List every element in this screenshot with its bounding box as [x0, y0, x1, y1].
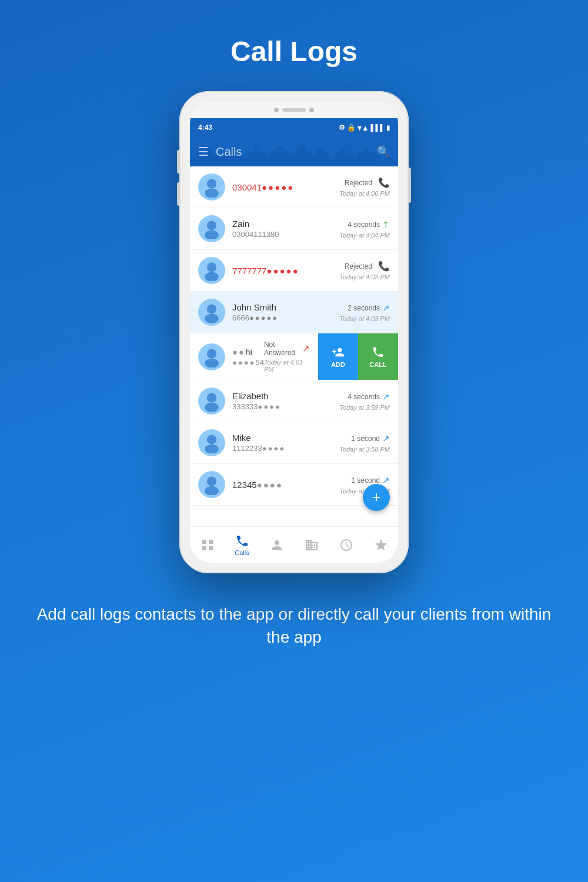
call-item-4[interactable]: John Smith 6666●●●●● 2 seconds ↗ Today a… — [190, 292, 398, 333]
call-item-3[interactable]: 7777777●●●●● Rejected 📞 Today at 4:03 PM — [190, 250, 398, 292]
front-camera-2 — [309, 108, 314, 112]
call-meta-1: Rejected 📞 Today at 4:06 PM — [339, 177, 390, 197]
contact-number-4: 6666●●●●● — [232, 313, 339, 322]
call-duration-2: 4 seconds — [348, 220, 380, 229]
call-item-8[interactable]: 12345●●●● 1 second ↗ Today at 3:56 PM + — [190, 464, 398, 506]
contact-name-4: John Smith — [232, 302, 339, 312]
svg-point-16 — [207, 477, 216, 486]
phone-screen: 4:43 ⚙ 🔒 ▾▲ ▌▌▌ ▮ ☰ Calls 🔍 — [190, 102, 398, 563]
person-icon-2 — [201, 218, 222, 239]
person-icon-1 — [201, 176, 222, 198]
call-time-6: Today at 3:59 PM — [339, 404, 390, 411]
call-info-2: Zain 03004111380 — [232, 219, 339, 239]
contact-name-6: Elizabeth — [232, 391, 339, 401]
call-meta-2: 4 seconds ↗ Today at 4:04 PM — [339, 219, 390, 239]
contact-name-7: Mike — [232, 433, 339, 443]
bottom-description: Add call logs contacts to the app or dir… — [0, 573, 588, 649]
phone-nav-icon — [235, 534, 249, 548]
nav-item-calls[interactable]: Calls — [225, 534, 259, 556]
contact-name-8: 12345●●●● — [232, 480, 339, 490]
wifi-icon: ▾▲ — [358, 123, 369, 132]
nav-item-star[interactable] — [363, 538, 398, 552]
call-time-3: Today at 4:03 PM — [339, 273, 390, 280]
svg-point-11 — [205, 358, 218, 367]
front-camera — [274, 108, 279, 112]
avatar-7 — [198, 429, 225, 456]
phone-top-bar — [190, 102, 398, 118]
call-status-1: Rejected — [345, 179, 372, 187]
call-button-label: CALL — [369, 361, 386, 368]
call-info-7: Mike 1112233●●●● — [232, 433, 339, 453]
svg-point-14 — [207, 435, 216, 445]
status-bar: 4:43 ⚙ 🔒 ▾▲ ▌▌▌ ▮ — [190, 118, 398, 137]
call-duration-8: 1 second — [351, 476, 380, 485]
page-title: Call Logs — [230, 35, 358, 68]
call-info-1: 030041●●●●● — [232, 182, 339, 192]
avatar-1 — [198, 173, 225, 201]
call-item-5[interactable]: ●●hi ●●●●54 Not Answered ↗ Today at 4:01… — [190, 333, 318, 380]
call-info-6: Elizabeth 333333●●●● — [232, 391, 339, 411]
call-meta-7: 1 second ↗ Today at 3:58 PM — [339, 433, 390, 453]
call-status-3: Rejected — [345, 262, 372, 270]
call-meta-4: 2 seconds ↗ Today at 4:03 PM — [339, 303, 390, 322]
contact-number-2: 03004111380 — [232, 230, 339, 239]
add-button-label: ADD — [331, 361, 345, 368]
call-item-7[interactable]: Mike 1112233●●●● 1 second ↗ Today at 3:5… — [190, 422, 398, 464]
phone-frame: 4:43 ⚙ 🔒 ▾▲ ▌▌▌ ▮ ☰ Calls 🔍 — [179, 91, 409, 573]
nav-item-grid[interactable] — [190, 538, 225, 552]
call-arrow-5: ↗ — [302, 343, 310, 354]
clock-nav-icon — [339, 538, 353, 552]
svg-point-8 — [207, 305, 216, 314]
call-info-3: 7777777●●●●● — [232, 266, 339, 276]
svg-point-9 — [205, 314, 218, 323]
nav-item-contacts[interactable] — [259, 538, 294, 552]
nav-item-building[interactable] — [294, 538, 329, 552]
nav-item-clock[interactable] — [329, 538, 363, 552]
person-icon-5 — [201, 346, 222, 368]
svg-point-10 — [207, 349, 216, 358]
app-bar: ☰ Calls 🔍 — [190, 137, 398, 166]
star-nav-icon — [374, 538, 388, 552]
call-info-4: John Smith 6666●●●●● — [232, 302, 339, 322]
call-arrow-1: 📞 — [378, 177, 390, 188]
call-arrow-7: ↗ — [382, 433, 390, 444]
call-duration-4: 2 seconds — [348, 304, 380, 312]
svg-point-15 — [205, 445, 218, 453]
add-contact-button[interactable]: ADD — [318, 333, 358, 380]
person-nav-icon — [270, 538, 284, 552]
call-time-4: Today at 4:03 PM — [339, 315, 390, 322]
contact-name-1: 030041●●●●● — [232, 182, 339, 192]
call-info-5: ●●hi ●●●●54 — [232, 347, 264, 367]
status-time: 4:43 — [198, 123, 212, 132]
call-info-8: 12345●●●● — [232, 480, 339, 490]
contact-number-5: ●●●●54 — [232, 358, 264, 367]
call-icon — [372, 346, 385, 359]
avatar-4 — [198, 299, 225, 326]
call-duration-6: 4 seconds — [348, 393, 380, 401]
call-arrow-3: 📞 — [378, 260, 390, 272]
fab-icon: + — [372, 489, 380, 505]
person-icon-6 — [201, 390, 222, 412]
avatar-5 — [198, 343, 225, 370]
grid-icon — [201, 538, 215, 552]
contact-number-6: 333333●●●● — [232, 402, 339, 411]
avatar-2 — [198, 215, 225, 242]
svg-point-7 — [205, 272, 218, 281]
call-item-1[interactable]: 030041●●●●● Rejected 📞 Today at 4:06 PM — [190, 166, 398, 208]
svg-point-4 — [207, 221, 216, 230]
svg-point-6 — [207, 263, 216, 272]
call-item-2[interactable]: Zain 03004111380 4 seconds ↗ Today at 4:… — [190, 208, 398, 250]
svg-point-13 — [205, 403, 218, 412]
call-item-6[interactable]: Elizabeth 333333●●●● 4 seconds ↗ Today a… — [190, 380, 398, 422]
call-time-2: Today at 4:04 PM — [339, 232, 390, 239]
call-list: 030041●●●●● Rejected 📞 Today at 4:06 PM — [190, 166, 398, 526]
battery-icon: ▮ — [386, 124, 390, 132]
call-duration-7: 1 second — [351, 435, 380, 443]
contact-name-2: Zain — [232, 219, 339, 229]
svg-point-5 — [205, 230, 218, 239]
call-button[interactable]: CALL — [358, 333, 398, 380]
call-arrow-6: ↗ — [382, 392, 390, 402]
skyline-background — [190, 137, 398, 166]
phone-notch — [274, 108, 314, 112]
fab-button[interactable]: + — [363, 484, 390, 511]
